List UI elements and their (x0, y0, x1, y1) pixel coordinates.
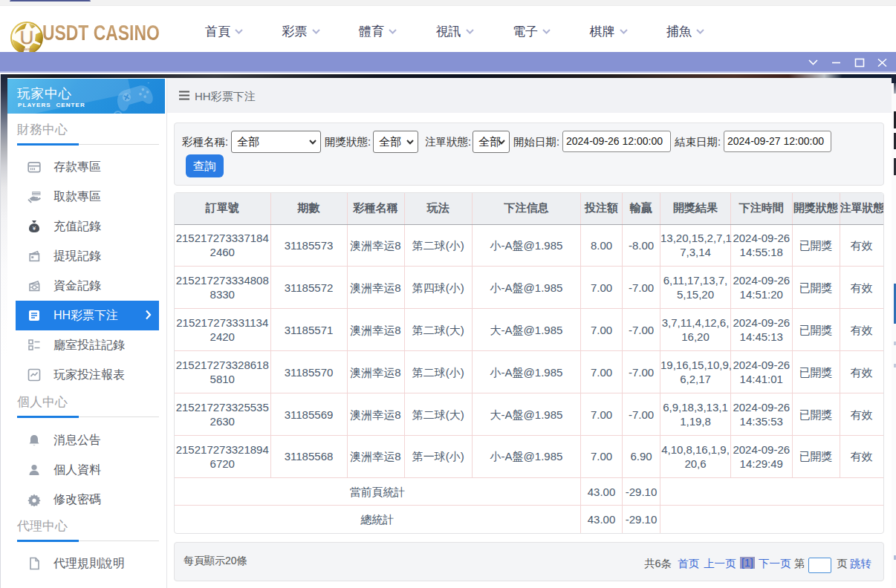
svg-text:¥: ¥ (32, 225, 36, 232)
